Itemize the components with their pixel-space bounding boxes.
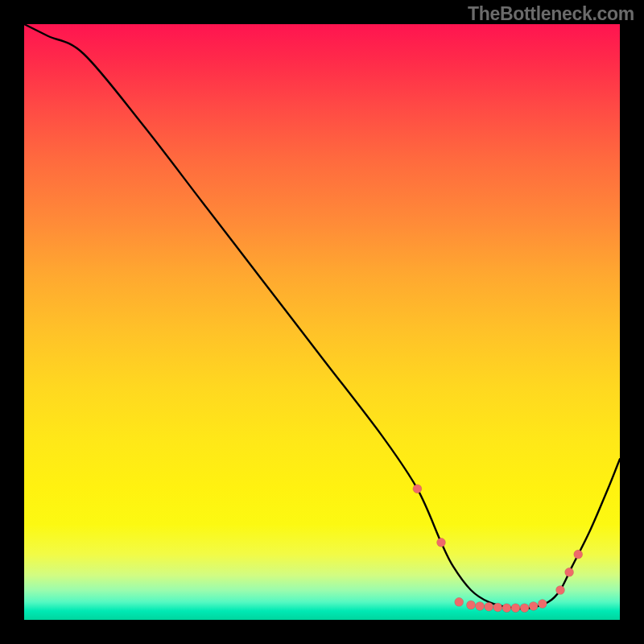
curve-marker bbox=[529, 601, 538, 610]
curve-marker bbox=[502, 604, 511, 613]
curve-marker bbox=[413, 485, 422, 493]
curve-marker bbox=[556, 586, 565, 595]
curve-marker bbox=[493, 603, 502, 612]
curve-svg bbox=[24, 24, 620, 620]
curve-marker bbox=[511, 604, 520, 613]
curve-marker bbox=[437, 538, 446, 547]
curve-line bbox=[24, 24, 620, 609]
curve-marker bbox=[476, 601, 485, 610]
curve-marker bbox=[574, 550, 583, 559]
curve-marker bbox=[565, 568, 574, 576]
curve-markers bbox=[413, 485, 583, 613]
curve-marker bbox=[485, 602, 493, 611]
plot-area bbox=[24, 24, 620, 620]
curve-marker bbox=[467, 601, 476, 609]
chart-frame: TheBottleneck.com bbox=[0, 0, 644, 644]
curve-marker bbox=[455, 597, 464, 606]
curve-marker bbox=[538, 600, 547, 609]
curve-marker bbox=[520, 604, 529, 613]
watermark-text: TheBottleneck.com bbox=[468, 3, 634, 25]
